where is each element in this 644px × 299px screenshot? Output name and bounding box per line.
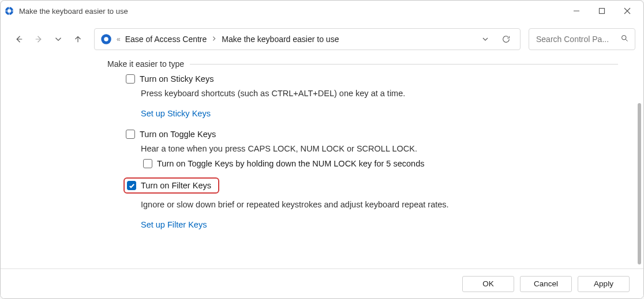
toggle-keys-checkbox-row[interactable]: Turn on Toggle Keys xyxy=(126,128,606,142)
content-scroll[interactable]: Make it easier to type Turn on Sticky Ke… xyxy=(1,54,630,268)
toggle-keys-block: Turn on Toggle Keys Hear a tone when you… xyxy=(126,128,606,172)
breadcrumb-current[interactable]: Make the keyboard easier to use xyxy=(222,35,339,44)
toggle-keys-numlock-checkbox[interactable] xyxy=(143,159,152,168)
breadcrumb-overflow[interactable]: « xyxy=(117,35,121,43)
window-controls xyxy=(564,2,640,20)
maximize-button[interactable] xyxy=(589,2,615,20)
filter-keys-block: Turn on Filter Keys Ignore or slow down … xyxy=(126,177,606,240)
search-box[interactable] xyxy=(529,28,635,50)
recent-locations-button[interactable] xyxy=(50,31,66,47)
close-button[interactable] xyxy=(615,2,640,20)
address-bar[interactable]: « Ease of Access Centre Make the keyboar… xyxy=(94,28,521,50)
window-title: Make the keyboard easier to use xyxy=(19,7,564,16)
chevron-right-icon xyxy=(211,35,217,43)
scrollbar-thumb[interactable] xyxy=(638,103,641,264)
search-input[interactable] xyxy=(535,34,620,44)
svg-point-4 xyxy=(104,37,108,41)
up-button[interactable] xyxy=(70,31,86,47)
control-panel-icon xyxy=(100,33,112,45)
filter-keys-desc: Ignore or slow down brief or repeated ke… xyxy=(141,198,606,218)
minimize-button[interactable] xyxy=(564,2,589,20)
filter-keys-setup-link[interactable]: Set up Filter Keys xyxy=(141,218,207,240)
sticky-keys-label: Turn on Sticky Keys xyxy=(140,74,214,84)
dialog-footer: OK Cancel Apply xyxy=(1,268,643,298)
filter-keys-checkbox[interactable] xyxy=(127,181,136,190)
title-bar: Make the keyboard easier to use xyxy=(1,1,643,21)
app-icon xyxy=(4,6,14,16)
sticky-keys-checkbox-row[interactable]: Turn on Sticky Keys xyxy=(126,73,606,87)
navigation-row: « Ease of Access Centre Make the keyboar… xyxy=(1,25,643,54)
section-heading-row: Make it easier to type xyxy=(107,59,630,69)
sticky-keys-checkbox[interactable] xyxy=(126,74,135,84)
forward-button[interactable] xyxy=(31,31,47,47)
section-divider xyxy=(190,64,618,65)
svg-rect-2 xyxy=(600,9,605,14)
ok-button[interactable]: OK xyxy=(462,276,514,292)
filter-keys-highlight: Turn on Filter Keys xyxy=(123,177,219,194)
breadcrumb-parent[interactable]: Ease of Access Centre xyxy=(125,35,207,44)
content-area: Make it easier to type Turn on Sticky Ke… xyxy=(1,54,643,268)
apply-button[interactable]: Apply xyxy=(578,276,630,292)
toggle-keys-numlock-label: Turn on Toggle Keys by holding down the … xyxy=(157,159,424,168)
filter-keys-label: Turn on Filter Keys xyxy=(141,181,211,190)
sticky-keys-block: Turn on Sticky Keys Press keyboard short… xyxy=(126,73,606,128)
search-icon[interactable] xyxy=(620,34,629,44)
scrollbar-track xyxy=(638,62,641,263)
section-heading: Make it easier to type xyxy=(107,59,190,69)
refresh-button[interactable] xyxy=(498,31,514,47)
sticky-keys-setup-link[interactable]: Set up Sticky Keys xyxy=(141,107,211,128)
svg-point-5 xyxy=(622,36,627,40)
svg-point-1 xyxy=(8,9,11,13)
toggle-keys-checkbox[interactable] xyxy=(126,130,135,139)
toggle-keys-desc: Hear a tone when you press CAPS LOCK, NU… xyxy=(141,142,606,158)
cancel-button[interactable]: Cancel xyxy=(520,276,572,292)
window-root: Make the keyboard easier to use xyxy=(0,0,644,299)
back-button[interactable] xyxy=(11,31,27,47)
address-history-button[interactable] xyxy=(477,31,493,47)
toggle-keys-label: Turn on Toggle Keys xyxy=(140,130,216,139)
toggle-keys-numlock-row[interactable]: Turn on Toggle Keys by holding down the … xyxy=(143,158,606,172)
sticky-keys-desc: Press keyboard shortcuts (such as CTRL+A… xyxy=(141,87,606,107)
